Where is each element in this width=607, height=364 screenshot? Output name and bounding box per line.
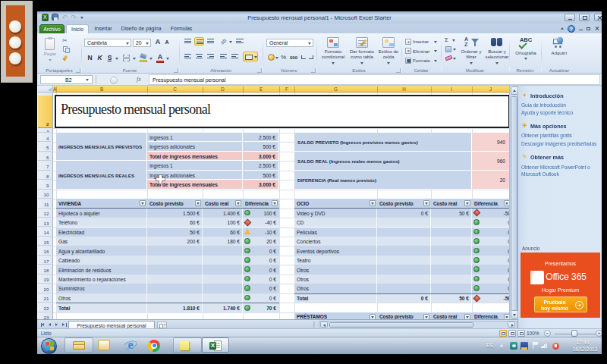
- ocio-cell-name[interactable]: Conciertos: [297, 239, 321, 244]
- tab-dise-o-de-p-gina[interactable]: Diseño de página: [118, 24, 165, 33]
- pane-link-1-0[interactable]: Obtener plantillas gratis: [521, 132, 599, 139]
- redo-button[interactable]: ↷: [70, 13, 77, 21]
- tray-network-icon[interactable]: [541, 342, 549, 350]
- vivienda-cell-name[interactable]: Hipoteca o alquiler: [58, 210, 100, 215]
- align-right-button[interactable]: [206, 52, 215, 61]
- bold-button[interactable]: N: [86, 54, 94, 62]
- ingresos-value-1-2[interactable]: 3.000 €: [243, 180, 278, 188]
- formula-input[interactable]: Presupuesto mensual personal: [149, 74, 600, 85]
- increase-indent-button[interactable]: [230, 52, 240, 61]
- saldo-label-1[interactable]: SALDO REAL (Ingresos reales menos gastos…: [294, 152, 471, 170]
- ocio-cell-name[interactable]: Video y DVD: [297, 210, 326, 215]
- vivienda-cell-name[interactable]: Mantenimiento o reparaciones: [58, 276, 126, 281]
- file-tab[interactable]: Archivo: [39, 24, 64, 34]
- zoom-in-button[interactable]: +: [596, 330, 602, 337]
- dialog-launcher-2[interactable]: [257, 68, 262, 73]
- font-name-combo[interactable]: Cambria: [84, 39, 131, 47]
- help-button[interactable]: ?: [568, 25, 575, 33]
- vertical-scrollbar[interactable]: [509, 86, 517, 319]
- vivienda-cell-name[interactable]: Cableado: [58, 258, 80, 263]
- align-center-button[interactable]: [194, 52, 204, 61]
- minimize-button[interactable]: [565, 14, 575, 21]
- vivienda-cell-real[interactable]: 1.740 €: [203, 305, 240, 310]
- vivienda-cell-prev[interactable]: 200 €: [147, 239, 200, 244]
- grow-font-button[interactable]: A: [153, 38, 162, 47]
- vivienda-cell-diff[interactable]: 0 €: [243, 276, 276, 281]
- close-button[interactable]: [594, 14, 602, 21]
- tray-clock-time[interactable]: 17:44: [566, 340, 599, 345]
- copy-button[interactable]: [62, 46, 71, 52]
- taskbar-chrome-button[interactable]: [147, 339, 162, 353]
- orientation-button[interactable]: ab: [217, 35, 230, 48]
- row-header-19[interactable]: 19: [38, 275, 51, 284]
- tray-language[interactable]: ES: [486, 343, 493, 348]
- fill-color-button[interactable]: [139, 54, 149, 62]
- row-header-8[interactable]: 8: [38, 171, 51, 180]
- row-header-21[interactable]: 21: [38, 293, 51, 303]
- vivienda-cell-diff[interactable]: -10 €: [243, 229, 276, 234]
- ingresos-section-label-1[interactable]: INGRESOS MENSUALES REALES: [56, 161, 146, 188]
- ocio-filter-0[interactable]: [370, 200, 376, 206]
- doc-minimize-button[interactable]: [577, 26, 584, 32]
- ad-box[interactable]: PresentamosOffice 365Hogar PremiumPruéba…: [521, 253, 600, 318]
- start-button[interactable]: [41, 338, 57, 354]
- ingresos-name-0-2[interactable]: Total de ingresos mensuales: [147, 152, 242, 160]
- tab-f-rmulas[interactable]: Fórmulas: [166, 24, 197, 33]
- font-size-combo[interactable]: 20: [133, 39, 151, 47]
- fill-button[interactable]: [445, 46, 457, 53]
- purchase-button[interactable]: Adquirir: [544, 36, 574, 67]
- insert-function-button[interactable]: [110, 77, 118, 84]
- vivienda-cell-real[interactable]: 1.400 €: [203, 210, 240, 215]
- ocio-cell-prev[interactable]: 0 €: [377, 296, 428, 301]
- vivienda-cell-name[interactable]: Otros: [58, 295, 71, 300]
- ocio-cell-diff[interactable]: 0 €: [472, 229, 509, 234]
- currency-button[interactable]: [267, 53, 278, 62]
- view-normal-button[interactable]: [499, 330, 507, 337]
- ocio-cell-prev[interactable]: 0 €: [377, 210, 428, 215]
- title-cell[interactable]: Presupuesto mensual personal: [55, 95, 509, 128]
- cells-formato-button[interactable]: ▦Formato: [405, 56, 439, 64]
- font-color-button[interactable]: A: [156, 53, 165, 62]
- ingresos-value-0-2[interactable]: 3.000 €: [243, 152, 278, 160]
- vivienda-cell-prev[interactable]: 1.500 €: [147, 210, 200, 215]
- ocio-cell-name[interactable]: CD: [297, 220, 304, 225]
- ingresos-value-0-0[interactable]: 2.500 €: [243, 133, 278, 141]
- prestamos-filter-3[interactable]: [504, 314, 509, 319]
- saldo-value-1[interactable]: 960: [472, 152, 509, 170]
- italic-button[interactable]: K: [96, 54, 104, 62]
- cells-insertar-button[interactable]: +Insertar: [405, 37, 439, 46]
- view-break-button[interactable]: [517, 330, 525, 337]
- vivienda-cell-prev[interactable]: 50 €: [147, 229, 200, 234]
- taskbar-ie-button[interactable]: e: [122, 338, 139, 353]
- spelling-button[interactable]: ABCOrtografía: [512, 36, 539, 67]
- prestamos-filter-1[interactable]: [423, 314, 429, 319]
- vivienda-cell-name[interactable]: Agua y alcantarillado: [58, 248, 105, 253]
- saldo-label-0[interactable]: SALDO PREVISTO (Ingresos previstos menos…: [294, 133, 471, 151]
- comma-button[interactable]: 000: [288, 55, 299, 61]
- decrease-indent-button[interactable]: [219, 52, 228, 61]
- scroll-down-button[interactable]: [511, 310, 518, 318]
- percent-button[interactable]: %: [279, 54, 288, 61]
- tab-nav-first[interactable]: [40, 322, 46, 328]
- row-header-20[interactable]: 20: [38, 284, 51, 293]
- ingresos-name-0-0[interactable]: Ingresos 1: [147, 133, 242, 141]
- row-header-14[interactable]: 14: [38, 228, 51, 237]
- zoom-handle[interactable]: [571, 330, 577, 337]
- ingresos-section-label-0[interactable]: INGRESOS MENSUALES PREVISTOS: [56, 133, 146, 160]
- ingresos-name-1-0[interactable]: Ingresos 1: [147, 161, 242, 169]
- scroll-right-button[interactable]: [508, 322, 515, 328]
- row-header-16[interactable]: 16: [38, 246, 51, 255]
- vivienda-cell-diff[interactable]: 70 €: [243, 305, 276, 310]
- row-header-17[interactable]: 17: [38, 256, 51, 265]
- tab-splitter[interactable]: [313, 322, 316, 328]
- row-header-2[interactable]: 2: [38, 96, 51, 128]
- undo-button[interactable]: ↶: [61, 13, 68, 21]
- sort-filter-button[interactable]: AZOrdenar y filtrar: [459, 36, 483, 67]
- taskbar-explorer-button[interactable]: [64, 337, 93, 353]
- vivienda-filter-0[interactable]: [140, 200, 146, 206]
- ingresos-value-1-0[interactable]: 2.500 €: [243, 161, 278, 169]
- ad-try-button[interactable]: Pruébalo hoy mismo➜: [534, 297, 587, 312]
- taskbar-excel-button[interactable]: X: [202, 337, 229, 353]
- insert-worksheet-button[interactable]: ✦: [157, 322, 167, 328]
- format-as-table-button[interactable]: Dar formato como tabla: [348, 36, 376, 67]
